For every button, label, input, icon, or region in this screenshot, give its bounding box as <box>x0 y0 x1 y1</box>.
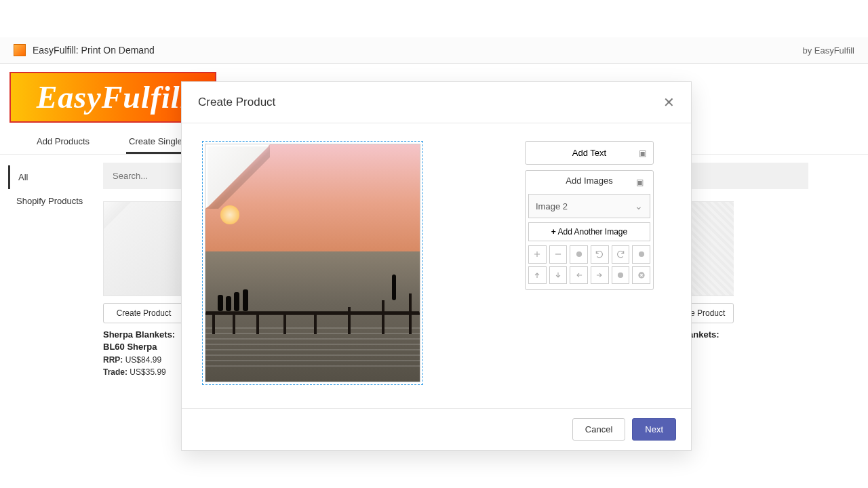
tool-rotate-left[interactable] <box>591 245 609 264</box>
add-another-image-button[interactable]: + Add Another Image <box>528 222 650 241</box>
add-images-label: Add Images <box>566 176 612 186</box>
svg-point-0 <box>576 251 582 257</box>
tool-move-right[interactable] <box>591 266 609 285</box>
camera-icon: ▣ <box>636 178 644 187</box>
modal-title: Create Product <box>198 96 275 109</box>
sidebar-item-shopify[interactable]: Shopify Products <box>8 189 103 213</box>
tab-add-products[interactable]: Add Products <box>34 131 92 154</box>
app-topbar: EasyFulfill: Print On Demand by EasyFulf… <box>0 37 868 64</box>
tool-rotate-right[interactable] <box>612 245 630 264</box>
camera-icon: ▣ <box>639 148 646 158</box>
tool-grid <box>528 245 650 284</box>
tool-zoom-in[interactable] <box>528 245 547 264</box>
sidebar: All Shopify Products <box>8 163 103 377</box>
tool-circle-2[interactable] <box>632 245 650 264</box>
add-images-header: Add Images ▣ <box>528 174 650 191</box>
add-text-label: Add Text <box>572 148 606 158</box>
product-rrp: RRP: US$84.99 <box>103 355 184 365</box>
editor-panel: Add Text ▣ Add Images ▣ Image 2 ⌄ + Add … <box>525 141 654 385</box>
create-product-button[interactable]: Create Product <box>103 303 184 323</box>
tool-move-down[interactable] <box>549 266 568 285</box>
product-card: Create Product Sherpa Blankets: BL60 She… <box>103 201 184 377</box>
tool-move-left[interactable] <box>570 266 588 285</box>
tool-circle[interactable] <box>570 245 588 264</box>
tool-move-up[interactable] <box>528 266 547 285</box>
image-select-value: Image 2 <box>536 201 568 211</box>
image-select[interactable]: Image 2 ⌄ <box>528 194 650 218</box>
app-title: EasyFulfill: Print On Demand <box>33 45 155 56</box>
byline: by EasyFulfill <box>802 45 854 56</box>
sidebar-item-all[interactable]: All <box>8 165 103 189</box>
tool-delete[interactable] <box>632 266 650 285</box>
add-text-button[interactable]: Add Text ▣ <box>525 141 654 165</box>
brand-logo-text: EasyFulfill <box>37 79 190 115</box>
svg-point-2 <box>618 272 623 278</box>
create-product-modal: Create Product ✕ <box>181 81 692 385</box>
close-button[interactable]: ✕ <box>663 94 675 110</box>
design-canvas[interactable] <box>202 141 423 385</box>
tool-circle-3[interactable] <box>612 266 630 285</box>
product-thumb <box>103 201 184 296</box>
svg-point-1 <box>639 251 644 257</box>
product-name: Sherpa Blankets: BL60 Sherpa <box>103 329 184 352</box>
chevron-down-icon: ⌄ <box>635 201 643 211</box>
app-icon <box>14 44 26 56</box>
product-trade: Trade: US$35.99 <box>103 367 184 377</box>
tool-zoom-out[interactable] <box>549 245 568 264</box>
